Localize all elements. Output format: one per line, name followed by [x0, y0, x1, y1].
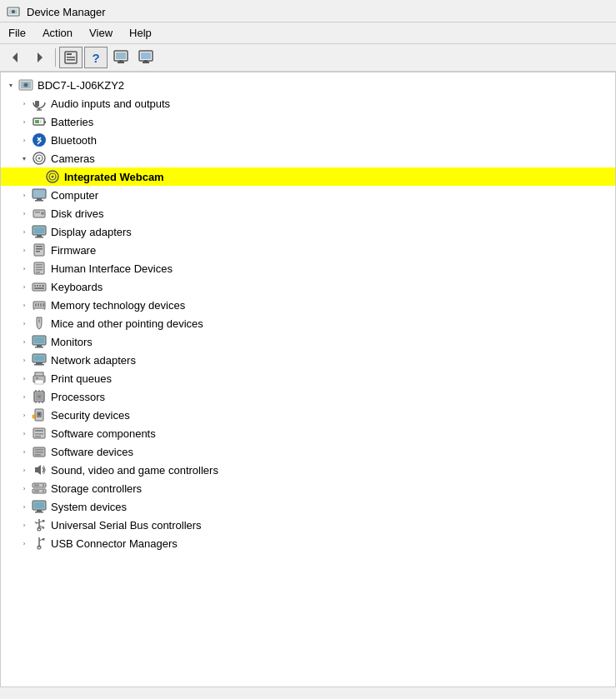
tree-item-print[interactable]: › Print queues: [1, 369, 615, 387]
usb-label: Universal Serial Bus controllers: [51, 519, 202, 532]
menu-help[interactable]: Help: [121, 24, 160, 42]
tree-item-softwarecomp[interactable]: › Software components: [1, 424, 615, 442]
menu-file[interactable]: File: [0, 24, 34, 42]
svg-rect-109: [34, 491, 39, 492]
tree-item-memory[interactable]: › Memory technology devices: [1, 296, 615, 314]
toolbar-separator-1: [55, 48, 56, 67]
tree-item-batteries[interactable]: › Batteries: [1, 112, 615, 131]
menu-action[interactable]: Action: [34, 24, 81, 42]
disk-label: Disk drives: [51, 207, 104, 220]
monitors-expand[interactable]: ›: [18, 335, 31, 348]
svg-rect-73: [35, 347, 43, 348]
usbconn-expand[interactable]: ›: [18, 537, 31, 550]
tree-item-cameras[interactable]: ▾ Cameras: [1, 149, 615, 167]
help-button[interactable]: ?: [84, 47, 108, 68]
svg-point-2: [12, 10, 15, 13]
svg-rect-103: [35, 467, 38, 472]
usb-icon: [31, 517, 48, 533]
usb-expand[interactable]: ›: [18, 518, 31, 532]
root-expand[interactable]: ▾: [4, 78, 18, 92]
tree-item-usbconn[interactable]: › USB Connector Managers: [1, 534, 615, 552]
softwarecomp-expand[interactable]: ›: [18, 427, 31, 440]
sound-expand[interactable]: ›: [18, 463, 31, 477]
softwarecomp-label: Software components: [51, 427, 156, 440]
svg-marker-3: [13, 52, 18, 62]
svg-rect-53: [36, 269, 43, 271]
tree-item-system[interactable]: › System devices: [1, 497, 615, 516]
mice-expand[interactable]: ›: [18, 317, 31, 330]
update-driver-button[interactable]: [109, 47, 133, 68]
computer-expand[interactable]: ›: [18, 188, 31, 202]
audio-expand[interactable]: ›: [18, 97, 31, 110]
back-button[interactable]: [3, 47, 27, 68]
softwaredev-icon: [31, 443, 48, 460]
tree-item-firmware[interactable]: › Firmware: [1, 241, 615, 259]
tree-item-display[interactable]: › Display adapters: [1, 222, 615, 241]
processors-expand[interactable]: ›: [18, 390, 31, 403]
tree-item-webcam[interactable]: › Integrated Webcam: [1, 167, 615, 186]
keyboards-icon: [31, 278, 48, 295]
svg-rect-96: [35, 430, 43, 432]
cameras-expand[interactable]: ▾: [18, 152, 31, 165]
svg-rect-62: [35, 303, 37, 307]
svg-rect-81: [36, 377, 38, 379]
display-label: Display adapters: [51, 226, 132, 238]
bluetooth-expand[interactable]: ›: [18, 133, 31, 147]
print-icon: [31, 370, 48, 387]
svg-rect-20: [35, 101, 39, 107]
svg-rect-16: [144, 60, 148, 62]
firmware-expand[interactable]: ›: [18, 243, 31, 257]
security-expand[interactable]: ›: [18, 408, 31, 422]
display-expand[interactable]: ›: [18, 225, 31, 238]
tree-item-usb[interactable]: › Universal Serial Bus controllers: [1, 516, 615, 534]
svg-rect-84: [38, 395, 41, 398]
svg-rect-11: [118, 62, 124, 63]
tree-item-bluetooth[interactable]: › Bluetooth: [1, 131, 615, 149]
svg-rect-48: [36, 248, 43, 250]
softwaredev-expand[interactable]: ›: [18, 445, 31, 458]
tree-item-softwaredev[interactable]: › Software devices: [1, 442, 615, 461]
tree-item-sound[interactable]: › Sound, video and game controllers: [1, 461, 615, 479]
webcam-label: Integrated Webcam: [64, 171, 164, 183]
tree-item-disk[interactable]: › Disk drives: [1, 204, 615, 222]
keyboards-expand[interactable]: ›: [18, 280, 31, 293]
network-expand[interactable]: ›: [18, 353, 31, 367]
hid-expand[interactable]: ›: [18, 262, 31, 275]
tree-item-processors[interactable]: › Processors: [1, 387, 615, 406]
system-expand[interactable]: ›: [18, 500, 31, 513]
properties-button[interactable]: [59, 47, 83, 68]
view-button[interactable]: [134, 47, 158, 68]
tree-item-storage[interactable]: › Storage controllers: [1, 479, 615, 497]
svg-rect-36: [33, 189, 46, 198]
main-content: ▾ BDC7-L-J06KZY2 › Audio: [0, 72, 616, 687]
svg-rect-49: [36, 251, 40, 252]
tree-item-security[interactable]: › Security devices: [1, 406, 615, 424]
tree-item-hid[interactable]: › Human Interface Devices: [1, 259, 615, 277]
hid-label: Human Interface Devices: [51, 262, 173, 275]
tree-item-network[interactable]: › Network adapters: [1, 351, 615, 369]
tree-item-monitors[interactable]: › Monitors: [1, 332, 615, 351]
svg-rect-56: [34, 285, 36, 287]
print-expand[interactable]: ›: [18, 372, 31, 385]
tree-item-keyboards[interactable]: › Keyboards: [1, 277, 615, 296]
svg-rect-57: [37, 285, 38, 287]
bluetooth-label: Bluetooth: [51, 134, 97, 147]
svg-rect-65: [43, 303, 44, 307]
audio-icon: [31, 95, 48, 112]
tree-item-mice[interactable]: › Mice and other pointing devices: [1, 314, 615, 332]
memory-expand[interactable]: ›: [18, 298, 31, 312]
storage-expand[interactable]: ›: [18, 482, 31, 495]
svg-rect-102: [35, 454, 41, 456]
menu-view[interactable]: View: [81, 24, 121, 42]
hid-icon: [31, 260, 48, 277]
tree-root[interactable]: ▾ BDC7-L-J06KZY2: [1, 76, 615, 94]
svg-rect-37: [37, 198, 42, 200]
tree-item-audio[interactable]: › Audio inputs and outputs: [1, 94, 615, 112]
forward-button[interactable]: [28, 47, 52, 68]
root-label: BDC7-L-J06KZY2: [38, 79, 124, 92]
tree-item-computer[interactable]: › Computer: [1, 186, 615, 204]
svg-rect-15: [143, 62, 149, 63]
firmware-label: Firmware: [51, 244, 96, 257]
batteries-expand[interactable]: ›: [18, 115, 31, 128]
disk-expand[interactable]: ›: [18, 207, 31, 220]
